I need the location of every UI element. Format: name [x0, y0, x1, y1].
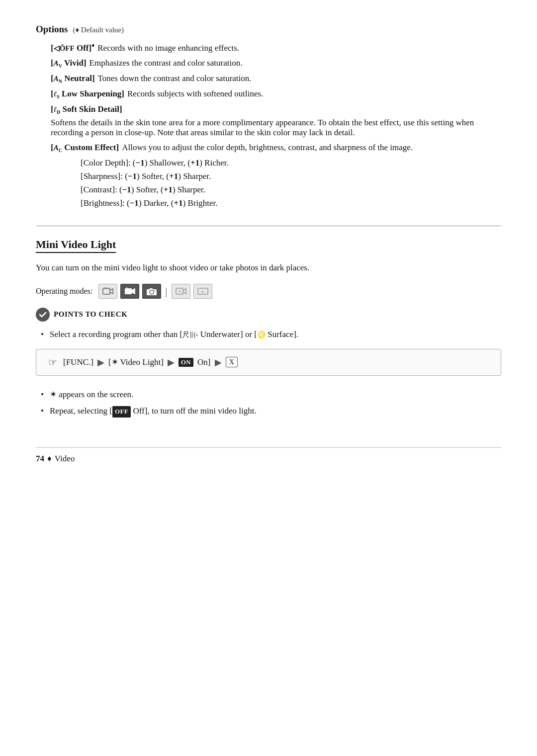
footer-dot: ♦	[47, 454, 52, 464]
option-neutral-label: [АN Neutral]	[51, 74, 95, 84]
svg-rect-12	[150, 288, 153, 290]
option-off: [◁ÔFF Off]♦ Records with no image enhanc…	[51, 42, 501, 53]
operating-modes-label: Operating modes:	[36, 287, 92, 296]
svg-point-13	[154, 290, 155, 291]
option-lowsharp-label: [ℓS Low Sharpening]	[51, 89, 124, 99]
mode-divider: |	[165, 285, 167, 298]
arrow-icon-3: ▶	[215, 357, 222, 368]
default-note: (♦ Default value)	[73, 26, 124, 34]
option-custom-label: [АC Custom Effect]	[51, 143, 119, 153]
section-body: You can turn on the mini video light to …	[36, 261, 501, 274]
off-badge: OFF	[112, 406, 131, 418]
hand-icon: ☞	[48, 356, 57, 368]
option-lowsharp-desc: Records subjects with softened outlines.	[127, 89, 263, 99]
svg-marker-15	[179, 290, 181, 292]
footer-page-num: 74	[36, 454, 44, 464]
mode-icon-playback-movie	[172, 284, 190, 299]
sub-option-sharpness: [Sharpness]: (−1) Softer, (+1) Sharper.	[81, 169, 501, 183]
func-video-light-label: [✶ Video Light]	[108, 357, 164, 367]
svg-point-6	[126, 287, 127, 288]
bullet-star-appears: ✶ appears on the screen.	[41, 388, 501, 401]
options-list: [◁ÔFF Off]♦ Records with no image enhanc…	[51, 42, 501, 210]
option-softskin-label: [ℓD Soft Skin Detail]	[51, 104, 122, 115]
func-sequence-box: ☞ [FUNC.] ▶ [✶ Video Light] ▶ ON On] ▶ X	[36, 349, 501, 376]
svg-point-1	[104, 287, 105, 288]
option-softskin: [ℓD Soft Skin Detail] Softens the detail…	[51, 104, 501, 138]
option-vivid-desc: Emphasizes the contrast and color satura…	[90, 58, 243, 68]
footer: 74 ♦ Video	[36, 447, 501, 464]
func-label: [FUNC.]	[63, 357, 93, 367]
mode-icon-movie-active	[120, 284, 139, 299]
check-circle-icon	[36, 308, 50, 322]
points-check-label: POINTS TO CHECK	[54, 310, 127, 319]
option-vivid: [АV Vivid] Emphasizes the contrast and c…	[51, 58, 501, 69]
footer-label: Video	[55, 454, 75, 464]
option-neutral-desc: Tones down the contrast and color satura…	[98, 74, 252, 84]
option-custom: [АC Custom Effect] Allows you to adjust …	[51, 143, 501, 210]
bullet-underwater: Select a recording program other than [尺…	[41, 328, 501, 341]
bullets-before: Select a recording program other than [尺…	[41, 328, 501, 341]
arrow-icon-2: ▶	[168, 357, 175, 368]
option-off-desc: Records with no image enhancing effects.	[97, 43, 239, 53]
mode-icon-movie-outline	[98, 284, 117, 299]
option-vivid-label: [АV Vivid]	[51, 58, 87, 69]
svg-marker-17	[202, 291, 204, 293]
on-badge: ON	[179, 358, 193, 367]
sub-option-colordepth: [Color Depth]: (−1) Shallower, (+1) Rich…	[81, 156, 501, 169]
section-divider	[36, 226, 501, 226]
sub-option-brightness: [Brightness]: (−1) Darker, (+1) Brighter…	[81, 196, 501, 210]
option-custom-desc: Allows you to adjust the color depth, br…	[122, 143, 413, 153]
operating-modes-row: Operating modes:	[36, 284, 501, 299]
points-to-check: POINTS TO CHECK	[36, 308, 501, 322]
bullet-repeat-off: Repeat, selecting [OFF Off], to turn off…	[41, 404, 501, 418]
mode-icon-playback-photo	[193, 284, 212, 299]
x-badge: X	[226, 357, 238, 367]
options-title: Options	[36, 24, 68, 35]
options-section: Options (♦ Default value) [◁ÔFF Off]♦ Re…	[36, 24, 501, 210]
arrow-icon-1: ▶	[97, 357, 104, 368]
option-lowsharp: [ℓS Low Sharpening] Records subjects wit…	[51, 89, 501, 99]
svg-point-18	[37, 309, 49, 321]
mode-icon-camera-active	[142, 284, 161, 299]
section-title: Mini Video Light	[36, 238, 116, 253]
option-softskin-desc: Softens the details in the skin tone are…	[51, 118, 501, 138]
option-neutral: [АN Neutral] Tones down the contrast and…	[51, 74, 501, 84]
custom-suboptions: [Color Depth]: (−1) Shallower, (+1) Rich…	[81, 156, 501, 210]
option-off-label: [◁ÔFF Off]♦	[51, 42, 94, 53]
mini-video-light-section: Mini Video Light You can turn on the min…	[36, 238, 501, 418]
func-on-label: On]	[197, 357, 210, 367]
sub-option-contrast: [Contrast]: (−1) Softer, (+1) Sharper.	[81, 183, 501, 196]
bullets-after: ✶ appears on the screen. Repeat, selecti…	[41, 388, 501, 418]
